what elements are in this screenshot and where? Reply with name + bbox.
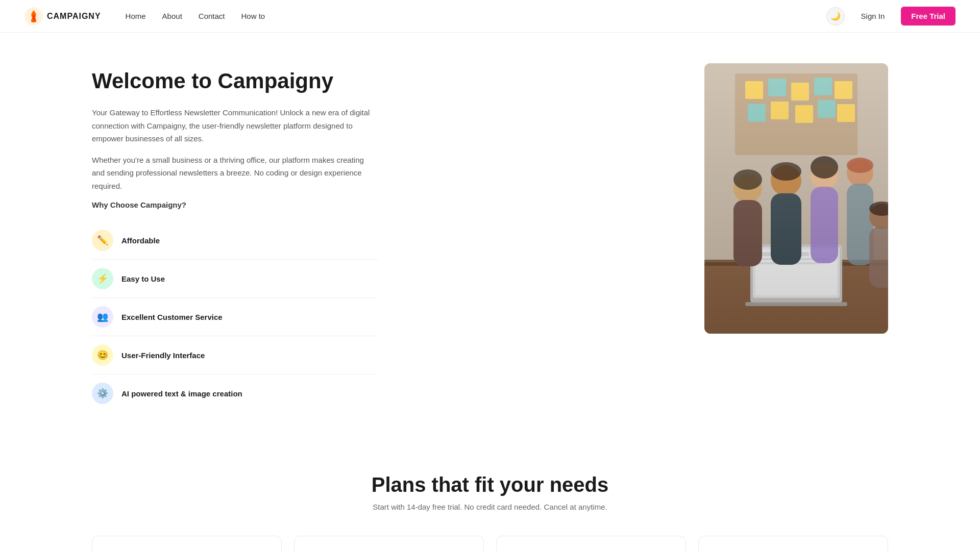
feature-list: ✏️Affordable⚡Easy to Use👥Excellent Custo… [92, 221, 378, 412]
feature-item-easy-to-use: ⚡Easy to Use [92, 260, 378, 298]
feature-item-affordable: ✏️Affordable [92, 221, 378, 260]
nav-item-about[interactable]: About [162, 12, 182, 21]
sign-in-button[interactable]: Sign In [853, 8, 893, 24]
hero-image [704, 63, 888, 334]
navbar: CAMPAIGNY Home About Contact How to 🌙 Si… [0, 0, 980, 33]
feature-icon-easy-to-use: ⚡ [92, 268, 113, 289]
svg-rect-38 [704, 63, 888, 334]
feature-icon-customer-service: 👥 [92, 306, 113, 328]
nav-links: Home About Contact How to [126, 12, 265, 21]
svg-point-1 [31, 20, 36, 22]
logo-text: CAMPAIGNY [47, 12, 101, 21]
hero-title: Welcome to Campaigny [92, 68, 378, 94]
hero-why-label: Why Choose Campaigny? [92, 201, 378, 209]
feature-icon-ai-powered: ⚙️ [92, 383, 113, 404]
feature-label-affordable: Affordable [121, 236, 160, 245]
feature-item-ai-powered: ⚙️AI powered text & image creation [92, 374, 378, 412]
hero-image-svg [704, 63, 888, 334]
nav-link-contact[interactable]: Contact [199, 12, 225, 20]
plan-card-scale[interactable]: Scale [698, 536, 888, 551]
plans-subtitle: Start with 14-day free trial. No credit … [92, 503, 888, 511]
feature-label-customer-service: Excellent Customer Service [121, 313, 223, 321]
feature-label-user-friendly: User-Friendly Interface [121, 351, 205, 360]
plans-section: Plans that fit your needs Start with 14-… [0, 443, 980, 551]
nav-item-contact[interactable]: Contact [199, 12, 225, 21]
hero-content: Welcome to Campaigny Your Gateway to Eff… [92, 63, 378, 412]
logo[interactable]: CAMPAIGNY [24, 7, 101, 26]
nav-item-howto[interactable]: How to [241, 12, 265, 21]
navbar-left: CAMPAIGNY Home About Contact How to [24, 7, 265, 26]
nav-link-howto[interactable]: How to [241, 12, 265, 20]
nav-link-home[interactable]: Home [126, 12, 146, 20]
hero-desc-1: Your Gateway to Effortless Newsletter Co… [92, 106, 378, 145]
feature-label-ai-powered: AI powered text & image creation [121, 389, 242, 398]
moon-icon: 🌙 [830, 11, 841, 21]
plans-title: Plans that fit your needs [92, 473, 888, 496]
logo-icon [24, 7, 43, 26]
theme-toggle-button[interactable]: 🌙 [826, 7, 845, 26]
plan-card-trial[interactable]: Trial [92, 536, 282, 551]
plans-grid: TrialStartupGrowthScale [92, 536, 888, 551]
navbar-right: 🌙 Sign In Free Trial [826, 7, 955, 26]
plan-card-startup[interactable]: Startup [294, 536, 484, 551]
feature-icon-affordable: ✏️ [92, 230, 113, 251]
feature-item-customer-service: 👥Excellent Customer Service [92, 298, 378, 336]
free-trial-button[interactable]: Free Trial [901, 7, 955, 26]
feature-item-user-friendly: 😊User-Friendly Interface [92, 336, 378, 374]
feature-label-easy-to-use: Easy to Use [121, 274, 165, 283]
feature-icon-user-friendly: 😊 [92, 344, 113, 366]
nav-item-home[interactable]: Home [126, 12, 146, 21]
plan-card-growth[interactable]: Growth [496, 536, 686, 551]
hero-section: Welcome to Campaigny Your Gateway to Eff… [0, 33, 980, 443]
hero-desc-2: Whether you're a small business or a thr… [92, 154, 378, 193]
nav-link-about[interactable]: About [162, 12, 182, 20]
